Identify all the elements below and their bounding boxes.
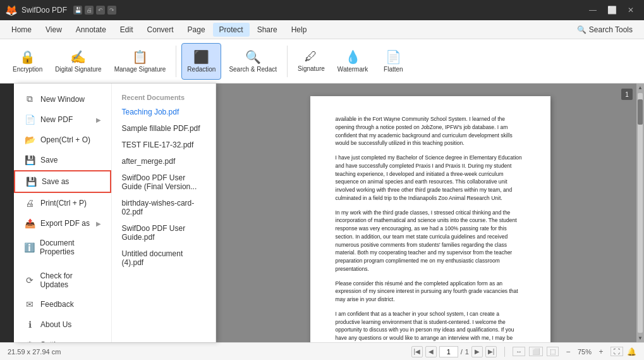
redaction-icon: ⬛ xyxy=(193,49,209,65)
export-arrow: ▶ xyxy=(96,220,101,227)
recent-file-5[interactable]: SwifDoo PDF User Guide (Final Version... xyxy=(112,170,216,195)
toolbar-encryption[interactable]: 🔒 Encryption xyxy=(8,43,47,80)
menu-edit[interactable]: Edit xyxy=(114,23,140,37)
recent-file-4[interactable]: after_merge.pdf xyxy=(112,153,216,170)
pdf-page: available in the Fort Wayne Community Sc… xyxy=(310,96,550,342)
menu-page[interactable]: Page xyxy=(181,23,212,37)
zoom-mode-btn[interactable]: ⬚ xyxy=(547,347,559,356)
menu-protect[interactable]: Protect xyxy=(213,23,250,37)
recent-file-2[interactable]: Sample fillable PDF.pdf xyxy=(112,120,216,137)
menu-bar: Home View Annotate Edit Convert Page Pro… xyxy=(0,20,644,39)
toolbar-manage-signature[interactable]: 📋 Manage Signature xyxy=(109,43,171,80)
menu-save[interactable]: 💾 Save xyxy=(14,150,111,170)
page-separator: / xyxy=(461,348,463,356)
menu-doc-properties[interactable]: ℹ️ Document Properties xyxy=(14,233,111,261)
pdf-para-2: I have just completed my Bachelor of Sci… xyxy=(336,154,525,202)
notification-icon[interactable]: 🔔 xyxy=(627,347,636,356)
recent-file-6[interactable]: birthday-wishes-card-02.pdf xyxy=(112,195,216,220)
menu-help[interactable]: Help xyxy=(285,23,313,37)
last-page-btn[interactable]: ▶| xyxy=(485,346,497,357)
search-tools-button[interactable]: 🔍 Search Tools xyxy=(571,23,639,37)
menu-annotate[interactable]: Annotate xyxy=(70,23,112,37)
menu-save-as[interactable]: 💾 Save as xyxy=(14,170,111,193)
toolbar-search-redact[interactable]: 🔍 Search & Redact xyxy=(224,43,282,80)
redo-btn[interactable]: ↷ xyxy=(107,6,116,15)
pdf-content: 1 available in the Fort Wayne Community … xyxy=(216,84,644,342)
recent-file-3[interactable]: TEST FILE-17-32.pdf xyxy=(112,137,216,153)
new-pdf-label: New PDF xyxy=(40,115,73,124)
pdf-para-1: available in the Fort Wayne Community Sc… xyxy=(336,115,525,147)
menu-convert[interactable]: Convert xyxy=(141,23,180,37)
settings-label: Settings xyxy=(40,340,68,342)
search-tools-icon: 🔍 xyxy=(577,25,586,34)
zoom-controls: ↔ ⬜ ⬚ − 75% + ⛶ 🔔 xyxy=(513,346,636,357)
toolbar-flatten[interactable]: 📄 Flatten xyxy=(375,43,411,80)
toolbar: 🔒 Encryption ✍️ Digital Signature 📋 Mana… xyxy=(0,39,644,84)
close-button[interactable]: ✕ xyxy=(623,3,639,17)
toolbar-digital-signature[interactable]: ✍️ Digital Signature xyxy=(50,43,106,80)
zoom-in-btn[interactable]: + xyxy=(595,346,607,357)
open-icon: 📂 xyxy=(24,135,35,145)
menu-print[interactable]: 🖨 Print(Ctrl + P) xyxy=(14,193,111,213)
menu-new-pdf[interactable]: 📄 New PDF ▶ xyxy=(14,109,111,130)
menu-home[interactable]: Home xyxy=(5,23,38,37)
menu-share[interactable]: Share xyxy=(251,23,284,37)
toolbar-signature[interactable]: 🖊 Signature xyxy=(293,43,330,80)
page-input[interactable] xyxy=(439,346,458,357)
recent-file-8[interactable]: Untitled document (4).pdf xyxy=(112,245,216,271)
save-icon-btn[interactable]: 💾 xyxy=(73,6,82,15)
pdf-para-5: I am confident that as a teacher in your… xyxy=(336,310,525,342)
search-redact-icon: 🔍 xyxy=(245,49,261,65)
menu-export-pdf[interactable]: 📤 Export PDF as ▶ xyxy=(14,213,111,233)
recent-file-1[interactable]: Teaching Job.pdf xyxy=(112,104,216,120)
zoom-out-btn[interactable]: − xyxy=(562,346,574,357)
about-us-label: About Us xyxy=(40,320,71,329)
menu-new-window[interactable]: ⧉ New Window xyxy=(14,89,111,109)
manage-signature-icon: 📋 xyxy=(132,49,148,65)
manage-signature-label: Manage Signature xyxy=(114,66,166,73)
fit-page-btn[interactable]: ⬜ xyxy=(529,347,543,356)
signature-icon: 🖊 xyxy=(305,49,317,64)
app-logo: 🦊 xyxy=(5,4,18,16)
scroll-thumb[interactable] xyxy=(638,99,643,125)
title-bar-file-tools: 💾 🖨 ↶ ↷ xyxy=(73,6,116,15)
app-menu-dropdown: ⧉ New Window 📄 New PDF ▶ 📂 Open(Ctrl + O… xyxy=(14,84,216,342)
export-pdf-icon: 📤 xyxy=(24,218,35,228)
save-as-label: Save as xyxy=(42,177,69,186)
dropdown-left-panel: ⧉ New Window 📄 New PDF ▶ 📂 Open(Ctrl + O… xyxy=(14,84,112,342)
fullscreen-btn[interactable]: ⛶ xyxy=(611,347,623,356)
status-bar: 21.59 x 27.94 cm |◀ ◀ / 1 ▶ ▶| ↔ ⬜ ⬚ − 7… xyxy=(0,342,644,360)
about-us-icon: ℹ xyxy=(24,320,35,330)
menu-view[interactable]: View xyxy=(39,23,68,37)
scroll-down-btn[interactable]: ▼ xyxy=(636,334,644,342)
search-redact-label: Search & Redact xyxy=(229,66,277,73)
print-icon-btn[interactable]: 🖨 xyxy=(85,6,94,15)
fit-width-btn[interactable]: ↔ xyxy=(513,347,525,356)
next-page-btn[interactable]: ▶ xyxy=(471,346,483,357)
doc-properties-label: Document Properties xyxy=(40,239,101,256)
digital-signature-label: Digital Signature xyxy=(55,66,101,73)
menu-feedback[interactable]: ✉ Feedback xyxy=(14,294,111,314)
minimize-button[interactable]: — xyxy=(585,3,601,17)
toolbar-redaction[interactable]: ⬛ Redaction xyxy=(181,43,221,80)
scroll-up-btn[interactable]: ▲ xyxy=(636,84,644,92)
recent-documents-header: Recent Documents xyxy=(112,89,216,104)
scrollbar[interactable]: ▲ ▼ xyxy=(636,84,644,342)
prev-page-btn[interactable]: ◀ xyxy=(425,346,437,357)
menu-check-updates[interactable]: ⟳ Check for Updates xyxy=(14,266,111,294)
first-page-btn[interactable]: |◀ xyxy=(411,346,423,357)
toolbar-watermark[interactable]: 💧 Watermark xyxy=(332,43,374,80)
menu-open[interactable]: 📂 Open(Ctrl + O) xyxy=(14,130,111,150)
recent-file-7[interactable]: SwifDoo PDF User Guide.pdf xyxy=(112,220,216,245)
encryption-label: Encryption xyxy=(13,66,42,73)
undo-btn[interactable]: ↶ xyxy=(96,6,105,15)
check-updates-label: Check for Updates xyxy=(40,271,100,289)
new-window-icon: ⧉ xyxy=(24,94,35,104)
menu-settings[interactable]: ⚙ Settings xyxy=(14,335,111,342)
menu-about-us[interactable]: ℹ About Us xyxy=(14,314,111,335)
title-bar: 🦊 SwifDoo PDF 💾 🖨 ↶ ↷ — ⬜ ✕ xyxy=(0,0,644,20)
maximize-button[interactable]: ⬜ xyxy=(604,3,620,17)
new-pdf-arrow: ▶ xyxy=(96,116,101,123)
watermark-label: Watermark xyxy=(337,66,368,73)
signature-label: Signature xyxy=(298,65,325,73)
